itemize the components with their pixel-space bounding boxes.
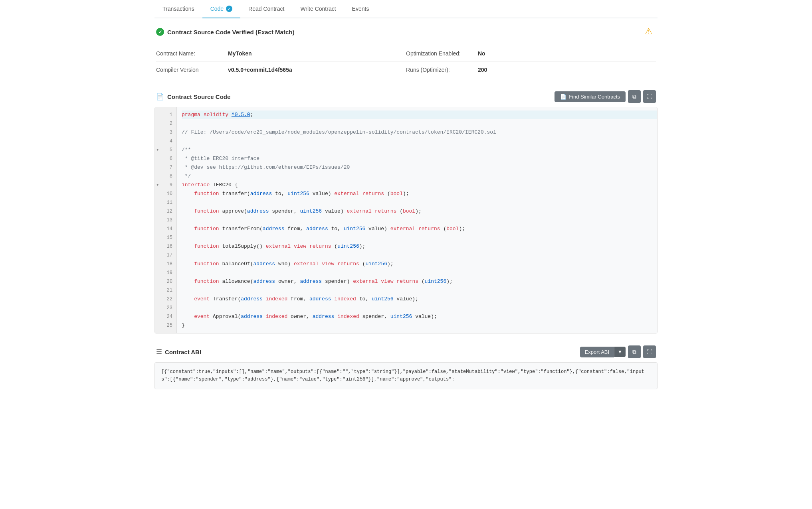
line-number-15: 15: [155, 233, 176, 242]
code-line-22: event Transfer(address indexed from, add…: [182, 295, 657, 304]
code-line-20: function allowance(address owner, addres…: [182, 277, 657, 286]
code-line-21: [182, 286, 657, 295]
line-number-18: 18: [155, 260, 176, 268]
line-number-14: 14: [155, 225, 176, 233]
verified-check-icon: ✓: [156, 28, 164, 36]
code-line-2: [182, 119, 657, 128]
line-number-6: 6: [155, 154, 176, 163]
export-abi-button[interactable]: Export ABI: [580, 347, 614, 357]
tab-events[interactable]: Events: [344, 0, 377, 18]
code-line-11: [182, 198, 657, 207]
code-line-9: interface IERC20 {: [182, 181, 657, 189]
code-lines[interactable]: pragma solidity ^0.5.0; // File: /Users/…: [177, 107, 657, 333]
line-number-23: 23: [155, 304, 176, 312]
contract-name-label: Contract Name:: [156, 50, 228, 57]
source-code-actions: 📄 Find Similar Contracts ⧉ ⛶: [555, 90, 656, 103]
code-line-7: * @dev see https://github.com/ethereum/E…: [182, 163, 657, 172]
verified-left: ✓ Contract Source Code Verified (Exact M…: [156, 28, 294, 36]
line-number-2: 2: [155, 119, 176, 128]
abi-section-header: ☰ Contract ABI Export ABI ▼ ⧉ ⛶: [154, 345, 658, 358]
source-code-section-header: 📄 Contract Source Code 📄 Find Similar Co…: [154, 90, 658, 103]
copy-source-icon: ⧉: [632, 93, 636, 100]
tab-read-contract[interactable]: Read Contract: [240, 0, 292, 18]
line-number-22: 22: [155, 295, 176, 304]
code-line-23: [182, 304, 657, 312]
line-number-12: 12: [155, 207, 176, 216]
line-number-11: 11: [155, 198, 176, 207]
meta-row-compiler: Compiler Version v0.5.0+commit.1d4f565a: [156, 62, 406, 78]
tab-transactions[interactable]: Transactions: [154, 0, 202, 18]
tab-bar: Transactions Code ✓ Read Contract Write …: [154, 0, 658, 18]
code-line-15: [182, 233, 657, 242]
code-line-17: [182, 251, 657, 260]
line-number-9: 9: [155, 181, 176, 189]
code-line-5: /**: [182, 146, 657, 154]
compiler-label: Compiler Version: [156, 67, 228, 73]
meta-row-runs: Runs (Optimizer): 200: [406, 62, 656, 78]
code-line-8: */: [182, 172, 657, 181]
runs-value: 200: [478, 67, 487, 73]
line-number-16: 16: [155, 242, 176, 251]
meta-row-contract-name: Contract Name: MyToken: [156, 45, 406, 62]
code-block: 1234567891011121314151617181920212223242…: [155, 107, 657, 333]
fullscreen-abi-button[interactable]: ⛶: [643, 345, 656, 358]
abi-content: [{"constant":true,"inputs":[],"name":"na…: [155, 363, 657, 389]
tab-write-contract[interactable]: Write Contract: [292, 0, 344, 18]
code-line-4: [182, 137, 657, 146]
line-number-20: 20: [155, 277, 176, 286]
code-verified-icon: ✓: [226, 6, 232, 12]
line-numbers: 1234567891011121314151617181920212223242…: [155, 107, 177, 333]
code-line-6: * @title ERC20 interface: [182, 154, 657, 163]
tab-code-label: Code: [210, 6, 224, 12]
fullscreen-source-button[interactable]: ⛶: [643, 90, 656, 103]
code-line-12: function approve(address spender, uint25…: [182, 207, 657, 216]
find-similar-button[interactable]: 📄 Find Similar Contracts: [555, 91, 626, 102]
code-line-25: }: [182, 321, 657, 330]
main-content: ✓ Contract Source Code Verified (Exact M…: [154, 18, 658, 397]
source-code-title: 📄 Contract Source Code: [156, 93, 230, 101]
compiler-value: v0.5.0+commit.1d4f565a: [228, 67, 292, 73]
abi-title: ☰ Contract ABI: [156, 348, 201, 356]
export-abi-label: Export ABI: [585, 349, 609, 355]
abi-container: [{"constant":true,"inputs":[],"name":"na…: [154, 362, 658, 389]
copy-abi-button[interactable]: ⧉: [628, 345, 641, 358]
verified-banner: ✓ Contract Source Code Verified (Exact M…: [154, 26, 658, 37]
export-abi-dropdown[interactable]: ▼: [614, 347, 626, 357]
fullscreen-source-icon: ⛶: [647, 93, 652, 100]
tab-write-contract-label: Write Contract: [300, 6, 336, 12]
code-line-24: event Approval(address indexed owner, ad…: [182, 312, 657, 321]
code-line-13: [182, 216, 657, 225]
contract-name-value: MyToken: [228, 50, 252, 57]
tab-code[interactable]: Code ✓: [202, 0, 240, 18]
code-line-19: [182, 268, 657, 277]
find-similar-label: Find Similar Contracts: [569, 94, 620, 100]
meta-table: Contract Name: MyToken Optimization Enab…: [154, 45, 658, 78]
line-number-21: 21: [155, 286, 176, 295]
copy-source-button[interactable]: ⧉: [628, 90, 641, 103]
tab-events-label: Events: [352, 6, 369, 12]
tab-transactions-label: Transactions: [162, 6, 194, 12]
warning-icon: ⚠: [645, 26, 656, 37]
code-line-18: function balanceOf(address who) external…: [182, 260, 657, 268]
code-line-16: function totalSupply() external view ret…: [182, 242, 657, 251]
code-line-1: pragma solidity ^0.5.0;: [182, 110, 657, 119]
optimization-label: Optimization Enabled:: [406, 50, 478, 57]
line-number-25: 25: [155, 321, 176, 330]
code-line-3: // File: /Users/code/erc20_sample/node_m…: [182, 128, 657, 137]
source-code-title-text: Contract Source Code: [167, 93, 230, 100]
find-similar-icon: 📄: [560, 94, 566, 100]
abi-title-text: Contract ABI: [165, 349, 201, 355]
fullscreen-abi-icon: ⛶: [647, 349, 652, 355]
optimization-value: No: [478, 50, 485, 57]
tab-read-contract-label: Read Contract: [248, 6, 284, 12]
abi-actions: Export ABI ▼ ⧉ ⛶: [580, 345, 656, 358]
code-container: 1234567891011121314151617181920212223242…: [154, 107, 658, 333]
line-number-10: 10: [155, 189, 176, 198]
copy-abi-icon: ⧉: [632, 349, 636, 355]
line-number-4: 4: [155, 137, 176, 146]
runs-label: Runs (Optimizer):: [406, 67, 478, 73]
code-line-14: function transferFrom(address from, addr…: [182, 225, 657, 233]
line-number-3: 3: [155, 128, 176, 137]
verified-text: Contract Source Code Verified (Exact Mat…: [167, 29, 294, 36]
line-number-13: 13: [155, 216, 176, 225]
